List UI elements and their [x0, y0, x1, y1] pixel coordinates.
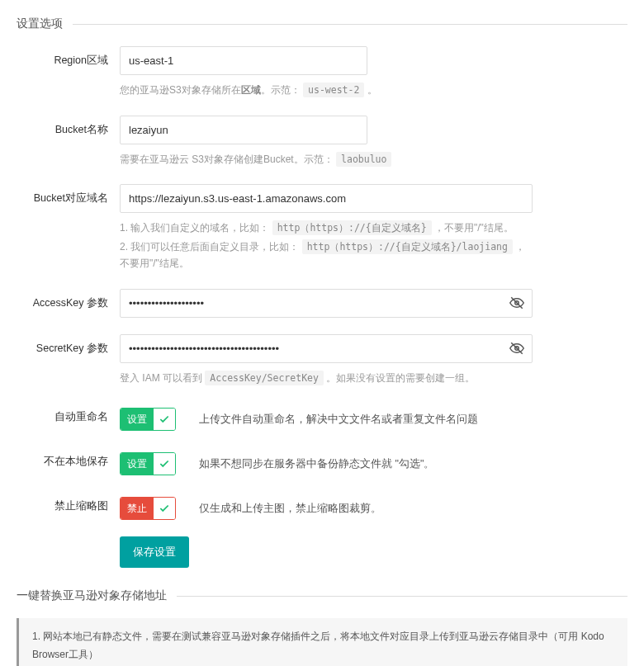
save-settings-button[interactable]: 保存设置 [120, 536, 189, 568]
domain-input[interactable] [120, 184, 533, 213]
nolocal-toggle[interactable]: 设置 [120, 452, 176, 475]
domain-label: Bucket对应域名 [17, 184, 120, 205]
secretkey-hint: 登入 IAM 可以看到 AccessKey/SecretKey 。如果没有设置的… [120, 370, 533, 387]
nolocal-desc: 如果不想同步在服务器中备份静态文件就 "勾选"。 [199, 457, 434, 471]
autorename-toggle[interactable]: 设置 [120, 408, 176, 431]
eye-slash-icon[interactable] [509, 341, 524, 356]
nothumb-toggle[interactable]: 禁止 [120, 497, 176, 520]
nothumb-desc: 仅生成和上传主图，禁止缩略图裁剪。 [199, 502, 381, 516]
nolocal-label: 不在本地保存 [17, 447, 120, 469]
region-hint: 您的亚马逊S3对象存储所在区域。示范： us-west-2 。 [120, 82, 495, 99]
bucket-hint: 需要在亚马逊云 S3对象存储创建Bucket。示范： laobuluo [120, 151, 495, 168]
secretkey-label: SecretKey 参数 [17, 334, 120, 356]
autorename-label: 自动重命名 [17, 403, 120, 424]
region-label: Region区域 [17, 46, 120, 68]
check-icon [154, 409, 175, 430]
autorename-desc: 上传文件自动重命名，解决中文文件名或者重复文件名问题 [199, 413, 478, 427]
accesskey-input[interactable] [120, 289, 533, 318]
domain-hint: 输入我们自定义的域名，比如： http（https）://{自定义域名} ，不要… [120, 220, 533, 272]
replace-info-box: 网站本地已有静态文件，需要在测试兼容亚马逊对象存储插件之后，将本地文件对应目录上… [17, 618, 627, 666]
secretkey-input[interactable] [120, 334, 533, 363]
section-settings-title: 设置选项 [17, 17, 73, 30]
check-icon [154, 498, 175, 519]
bucket-input[interactable] [120, 116, 367, 144]
nothumb-label: 禁止缩略图 [17, 492, 120, 513]
accesskey-label: AccessKey 参数 [17, 289, 120, 310]
bucket-label: Bucket名称 [17, 116, 120, 137]
region-input[interactable] [120, 46, 367, 75]
eye-slash-icon[interactable] [509, 295, 524, 310]
check-icon [154, 453, 175, 475]
section-replace-title: 一键替换亚马逊对象存储地址 [17, 588, 177, 602]
